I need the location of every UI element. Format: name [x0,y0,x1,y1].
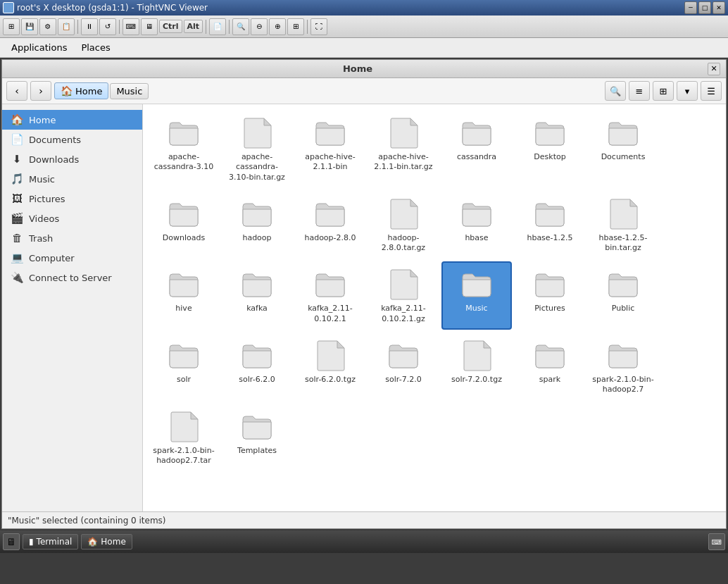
documents-icon: 📄 [11,133,23,146]
file-item-apache-hive-2.1.1-bin[interactable]: apache-hive-2.1.1-bin [295,110,365,188]
file-item-hbase-1.2.5[interactable]: hbase-1.2.5 [515,191,585,259]
file-item-downloads[interactable]: Downloads [149,191,219,259]
file-item-spark-2.1.0-bin-hadoop2.7-tar[interactable]: spark-2.1.0-bin-hadoop2.7.tar [149,404,219,472]
file-manager-window: Home ✕ ‹ › 🏠 Home Music 🔍 ≡ ⊞ ▾ ☰ 🏠Home📄… [1,59,727,529]
taskbar-terminal[interactable]: ▮ Terminal [23,534,78,549]
sidebar-item-connect[interactable]: 🔌Connect to Server [2,268,142,287]
fm-sort-btn[interactable]: ▾ [677,81,698,101]
file-item-kafka-2.11-0.10.2.1[interactable]: kafka_2.11-0.10.2.1 [295,261,365,330]
file-name-apache-cassandra-3.10: apache-cassandra-3.10 [153,152,215,173]
vnc-tool-zoom-fit[interactable]: ⊞ [287,18,304,35]
file-item-public[interactable]: Public [588,261,658,330]
file-item-hbase-1.2.5-bin-tar[interactable]: hbase-1.2.5-bin.tar.gz [588,191,658,259]
file-item-hadoop[interactable]: hadoop [222,191,292,259]
sidebar-label-computer: Computer [29,253,75,263]
file-icon-hive [167,267,201,301]
file-item-solr-7.2.0[interactable]: solr-7.2.0 [368,333,439,401]
file-name-music: Music [465,304,487,313]
sidebar-item-trash[interactable]: 🗑Trash [2,228,142,248]
file-item-solr-6.2.0-tgz[interactable]: solr-6.2.0.tgz [295,333,365,401]
vnc-tool-zoom-in[interactable]: ⊕ [269,18,286,35]
menu-places[interactable]: Places [75,40,115,55]
sidebar-item-videos[interactable]: 🎬Videos [2,209,142,228]
fm-search-btn[interactable]: 🔍 [605,81,626,101]
vnc-tool-zoom-out[interactable]: 🔍 [232,18,249,35]
file-item-cassandra[interactable]: cassandra [441,110,512,188]
vnc-tool-prop[interactable]: ⚙ [39,18,56,35]
file-name-hbase-1.2.5-bin-tar: hbase-1.2.5-bin.tar.gz [592,233,654,254]
file-name-hadoop-2.8.0-tar: hadoop-2.8.0.tar.gz [372,233,434,254]
file-item-templates[interactable]: Templates [222,404,292,472]
file-item-music[interactable]: Music [441,261,512,330]
fm-home-btn[interactable]: 🏠 Home [54,82,108,99]
file-item-hadoop-2.8.0-tar[interactable]: hadoop-2.8.0.tar.gz [368,191,439,259]
taskbar-home-label: Home [101,537,125,547]
vnc-tool-ctrl[interactable]: 🖥 [141,18,158,35]
file-close-btn[interactable]: ✕ [708,63,720,75]
file-item-apache-cassandra-3.10-bin[interactable]: apache-cassandra-3.10-bin.tar.gz [222,110,292,188]
vnc-ctrl-label[interactable]: Ctrl [159,20,182,33]
vnc-tool-new[interactable]: ⊞ [3,18,20,35]
file-icon-cassandra [460,116,494,149]
fm-back-btn[interactable]: ‹ [6,81,27,101]
taskbar-kbd-indicator: ⌨ [708,533,725,550]
file-item-apache-cassandra-3.10[interactable]: apache-cassandra-3.10 [149,110,219,188]
fm-forward-btn[interactable]: › [30,81,51,101]
file-name-solr-6.2.0-tgz: solr-6.2.0.tgz [305,375,356,385]
sidebar-item-documents[interactable]: 📄Documents [2,130,142,149]
file-item-solr[interactable]: solr [149,333,219,401]
fm-grid-view-btn[interactable]: ⊞ [653,81,674,101]
vnc-tool-save[interactable]: 💾 [21,18,38,35]
file-item-kafka[interactable]: kafka [222,261,292,330]
file-item-apache-hive-2.1.1-bin-tar[interactable]: apache-hive-2.1.1-bin.tar.gz [368,110,439,188]
vnc-alt-label[interactable]: Alt [184,20,203,33]
fm-files-grid: apache-cassandra-3.10 apache-cassandra-3… [143,104,726,511]
vnc-tool-refresh[interactable]: ↺ [99,18,116,35]
sidebar-item-downloads[interactable]: ⬇Downloads [2,149,142,169]
file-item-kafka-2.11-0.10.2.1-gz[interactable]: kafka_2.11-0.10.2.1.gz [368,261,439,330]
sidebar-item-pictures[interactable]: 🖼Pictures [2,189,142,209]
taskbar-start-btn[interactable]: 🖥 [3,533,20,550]
file-item-hive[interactable]: hive [149,261,219,330]
computer-icon: 💻 [11,251,23,264]
menu-applications[interactable]: Applications [6,40,73,55]
file-item-spark[interactable]: spark [515,333,585,401]
file-item-solr-7.2.0-tgz[interactable]: solr-7.2.0.tgz [441,333,512,401]
vnc-tool-copy[interactable]: 📋 [58,18,75,35]
vnc-tool-fullscreen[interactable]: ⛶ [310,18,327,35]
taskbar: 🖥 ▮ Terminal 🏠 Home ⌨ [0,530,728,553]
file-name-spark: spark [539,375,560,385]
file-item-desktop[interactable]: Desktop [515,110,585,188]
file-name-apache-hive-2.1.1-bin-tar: apache-hive-2.1.1-bin.tar.gz [372,152,434,173]
fm-list-view-btn[interactable]: ≡ [629,81,650,101]
sidebar-item-home[interactable]: 🏠Home [2,110,142,130]
fm-menu-btn[interactable]: ☰ [701,81,722,101]
sidebar-item-computer[interactable]: 💻Computer [2,248,142,268]
vnc-tool-zoom-normal[interactable]: ⊖ [251,18,268,35]
trash-icon: 🗑 [11,232,23,244]
file-name-desktop: Desktop [534,152,565,162]
file-name-documents: Documents [601,152,646,162]
file-icon-public [606,267,640,301]
fm-home-label: Home [75,86,102,97]
sidebar-item-music[interactable]: 🎵Music [2,169,142,189]
file-item-spark-2.1.0-bin-hadoop2.7[interactable]: spark-2.1.0-bin-hadoop2.7 [588,333,658,401]
taskbar-home[interactable]: 🏠 Home [81,534,132,549]
fm-music-btn[interactable]: Music [110,83,149,99]
file-item-hadoop-2.8.0[interactable]: hadoop-2.8.0 [295,191,365,259]
file-icon-pictures [533,267,567,301]
vnc-close-btn[interactable]: ✕ [713,1,725,14]
file-item-hbase[interactable]: hbase [441,191,512,259]
vnc-tool-clipboard[interactable]: 📄 [209,18,226,35]
vnc-tool-pause[interactable]: ⏸ [81,18,98,35]
fm-toolbar: ‹ › 🏠 Home Music 🔍 ≡ ⊞ ▾ ☰ [2,78,726,104]
file-item-solr-6.2.0[interactable]: solr-6.2.0 [222,333,292,401]
vnc-maximize-btn[interactable]: □ [698,1,711,14]
file-item-pictures[interactable]: Pictures [515,261,585,330]
file-item-documents[interactable]: Documents [588,110,658,188]
file-name-solr-7.2.0: solr-7.2.0 [385,375,421,385]
vnc-tool-keys[interactable]: ⌨ [123,18,139,35]
file-icon-kafka-2.11-0.10.2.1-gz [387,267,420,301]
vnc-minimize-btn[interactable]: ─ [684,1,697,14]
file-icon-solr-6.2.0 [240,338,274,372]
